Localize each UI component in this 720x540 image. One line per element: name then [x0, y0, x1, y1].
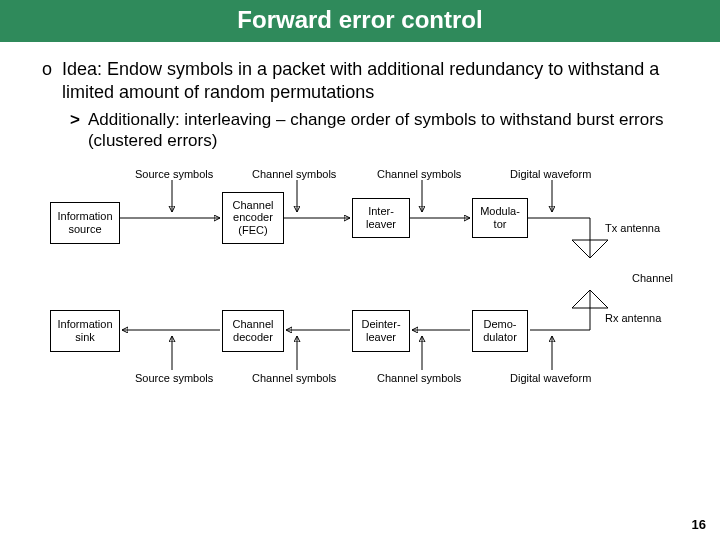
box-information-sink: Information sink	[50, 310, 120, 352]
diagram-wires	[42, 162, 692, 392]
label-digital-waveform-top: Digital waveform	[510, 168, 591, 180]
box-channel-decoder: Channel decoder	[222, 310, 284, 352]
page-number: 16	[692, 517, 706, 532]
box-demodulator: Demo- dulator	[472, 310, 528, 352]
label-channel-symbols-top-1: Channel symbols	[252, 168, 336, 180]
label-source-symbols-top: Source symbols	[135, 168, 213, 180]
label-channel-symbols-bot-1: Channel symbols	[252, 372, 336, 384]
box-channel-encoder: Channel encoder (FEC)	[222, 192, 284, 244]
bullet-text: Idea: Endow symbols in a packet with add…	[62, 58, 684, 103]
label-channel-symbols-top-2: Channel symbols	[377, 168, 461, 180]
label-channel: Channel	[632, 272, 673, 284]
bullet-idea: o Idea: Endow symbols in a packet with a…	[42, 58, 684, 103]
box-interleaver: Inter- leaver	[352, 198, 410, 238]
label-digital-waveform-bot: Digital waveform	[510, 372, 591, 384]
bullet-marker: o	[42, 58, 52, 103]
box-information-source: Information source	[50, 202, 120, 244]
block-diagram: Source symbols Channel symbols Channel s…	[42, 162, 684, 392]
label-channel-symbols-bot-2: Channel symbols	[377, 372, 461, 384]
label-source-symbols-bot: Source symbols	[135, 372, 213, 384]
slide-title-bar: Forward error control	[0, 0, 720, 42]
subbullet-interleaving: > Additionally: interleaving – change or…	[70, 109, 684, 152]
label-rx-antenna: Rx antenna	[605, 312, 661, 324]
slide-title: Forward error control	[237, 6, 482, 33]
label-tx-antenna: Tx antenna	[605, 222, 660, 234]
slide-content: o Idea: Endow symbols in a packet with a…	[0, 42, 720, 392]
subbullet-text: Additionally: interleaving – change orde…	[88, 109, 684, 152]
box-deinterleaver: Deinter- leaver	[352, 310, 410, 352]
subbullet-marker: >	[70, 109, 80, 152]
box-modulator: Modula- tor	[472, 198, 528, 238]
